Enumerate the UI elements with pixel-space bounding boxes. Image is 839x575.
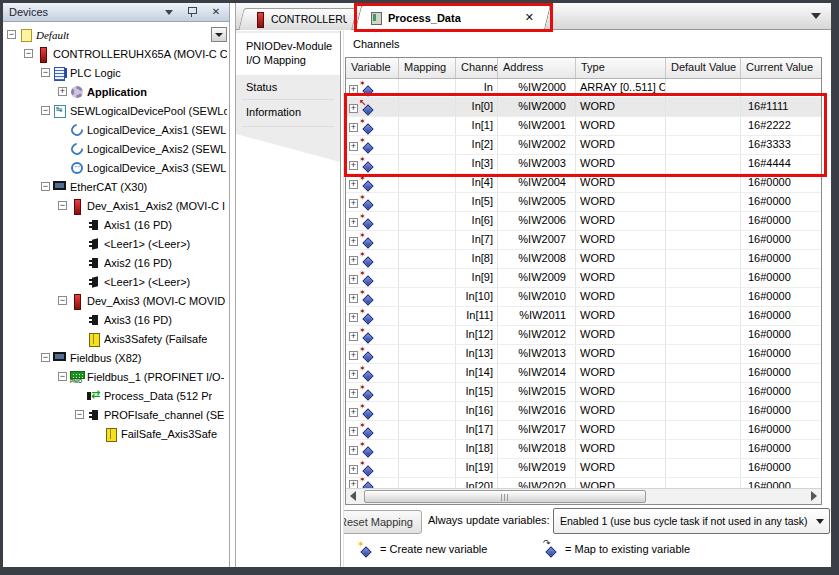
tab-information[interactable]: Information [236, 102, 340, 122]
column-header-address[interactable]: Address [498, 58, 576, 78]
scroll-left-arrow-icon[interactable] [350, 491, 356, 501]
tree-item[interactable]: − SEWLogicalDevicePool (SEWLog [3, 101, 229, 120]
tab-pniodev-module-io-mapping[interactable]: PNIODev-Module I/O Mapping [236, 33, 340, 75]
row-expander[interactable]: + [349, 313, 358, 322]
row-expander[interactable]: + [349, 446, 358, 455]
table-row[interactable]: + In %IW2000 ARRAY [0..511] OF WORD [346, 79, 821, 98]
row-expander[interactable]: + [349, 123, 358, 132]
always-update-variables-select[interactable]: Enabled 1 (use bus cycle task if not use… [553, 508, 830, 534]
tree-item[interactable]: LogicalDevice_Axis3 (SEWL [3, 158, 229, 177]
row-expander[interactable]: + [349, 104, 358, 113]
chevron-down-icon[interactable] [163, 6, 177, 18]
table-row[interactable]: + In[18] %IW2018 WORD 16#0000 [346, 440, 821, 459]
table-row[interactable]: + In[6] %IW2006 WORD 16#0000 [346, 212, 821, 231]
table-row[interactable]: + In[14] %IW2014 WORD 16#0000 [346, 364, 821, 383]
tree-expander[interactable]: − [58, 372, 67, 381]
tree-item[interactable]: Axis3Safety (Failsafe [3, 329, 229, 348]
tree-item[interactable]: − Dev_Axis3 (MOVI-C MOVID [3, 291, 229, 310]
row-expander[interactable]: + [349, 370, 358, 379]
tab-close-icon[interactable]: ✕ [525, 11, 540, 24]
tree-item[interactable]: FailSafe_Axis3Safe [3, 424, 229, 443]
pin-icon[interactable] [186, 6, 200, 18]
row-expander[interactable]: + [349, 161, 358, 170]
row-expander[interactable]: + [349, 256, 358, 265]
tree-expander[interactable]: + [58, 87, 67, 96]
tree-item[interactable]: <Leer1> (<Leer>) [3, 234, 229, 253]
table-row[interactable]: + In[1] %IW2001 WORD 16#2222 [346, 117, 821, 136]
tree-item[interactable]: − Fieldbus (X82) [3, 348, 229, 367]
row-expander[interactable]: + [349, 180, 358, 189]
table-row[interactable]: + In[15] %IW2015 WORD 16#0000 [346, 383, 821, 402]
row-expander[interactable]: + [349, 408, 358, 417]
row-expander[interactable]: + [349, 199, 358, 208]
row-expander[interactable]: + [349, 85, 358, 94]
table-row[interactable]: + In[4] %IW2004 WORD 16#0000 [346, 174, 821, 193]
tree-expander[interactable]: − [7, 30, 16, 39]
row-expander[interactable]: + [349, 142, 358, 151]
table-row[interactable]: + In[17] %IW2017 WORD 16#0000 [346, 421, 821, 440]
tree-item[interactable]: Process_Data (512 Pr [3, 386, 229, 405]
row-expander[interactable]: + [349, 351, 358, 360]
tab-overflow-chevron-icon[interactable] [811, 13, 821, 19]
row-expander[interactable]: + [349, 465, 358, 474]
table-row[interactable]: + In[9] %IW2009 WORD 16#0000 [346, 269, 821, 288]
tree-expander[interactable]: − [41, 353, 50, 362]
tree-item[interactable]: − Fieldbus_1 (PROFINET I/O- [3, 367, 229, 386]
column-header-channel[interactable]: Channel [456, 58, 498, 78]
table-row[interactable]: + In[8] %IW2008 WORD 16#0000 [346, 250, 821, 269]
tree-expander[interactable]: − [58, 201, 67, 210]
tab-status[interactable]: Status [236, 77, 340, 97]
tree-expander[interactable]: − [75, 410, 84, 419]
horizontal-scrollbar[interactable] [346, 488, 821, 504]
column-header-current-value[interactable]: Current Value [741, 58, 821, 78]
row-expander[interactable]: + [349, 218, 358, 227]
tree-item[interactable]: − Dev_Axis1_Axis2 (MOVI-C I [3, 196, 229, 215]
close-icon[interactable]: ✕ [209, 6, 223, 18]
table-row[interactable]: + In[2] %IW2002 WORD 16#3333 [346, 136, 821, 155]
table-row[interactable]: + In[16] %IW2016 WORD 16#0000 [346, 402, 821, 421]
column-header-mapping[interactable]: Mapping [399, 58, 456, 78]
table-row[interactable]: + In[11] %IW2011 WORD 16#0000 [346, 307, 821, 326]
table-row[interactable]: + In[7] %IW2007 WORD 16#0000 [346, 231, 821, 250]
row-expander[interactable]: + [349, 275, 358, 284]
column-header-type[interactable]: Type [576, 58, 666, 78]
tree-expander[interactable]: − [24, 49, 33, 58]
table-row[interactable]: + In[5] %IW2005 WORD 16#0000 [346, 193, 821, 212]
row-expander[interactable]: + [349, 427, 358, 436]
row-expander[interactable]: + [349, 294, 358, 303]
tree-item[interactable]: Axis3 (16 PD) [3, 310, 229, 329]
table-row[interactable]: + In[19] %IW2019 WORD 16#0000 [346, 459, 821, 478]
tree-expander[interactable]: − [41, 106, 50, 115]
row-expander[interactable]: + [349, 237, 358, 246]
tree-combo-button[interactable] [211, 27, 227, 42]
table-row[interactable]: + In[12] %IW2012 WORD 16#0000 [346, 326, 821, 345]
tree-item[interactable]: LogicalDevice_Axis2 (SEWL [3, 139, 229, 158]
row-expander[interactable]: + [349, 332, 358, 341]
column-header-variable[interactable]: Variable [346, 58, 399, 78]
tab-process-data[interactable]: Process_Data ✕ [358, 5, 548, 30]
row-expander[interactable]: + [349, 480, 358, 488]
table-row[interactable]: + In[3] %IW2003 WORD 16#4444 [346, 155, 821, 174]
tree-expander[interactable]: − [41, 182, 50, 191]
tree-item[interactable]: − CONTROLLERUHX65A (MOVI-C CON [3, 44, 229, 63]
tree-item[interactable]: Axis2 (16 PD) [3, 253, 229, 272]
table-row[interactable]: + In[0] %IW2000 WORD 16#1111 [346, 98, 821, 117]
tree-item[interactable]: − EtherCAT (X30) [3, 177, 229, 196]
tree-expander[interactable]: − [41, 68, 50, 77]
column-header-default-value[interactable]: Default Value [666, 58, 741, 78]
tree-item[interactable]: + Application [3, 82, 229, 101]
panel-splitter[interactable] [229, 3, 236, 567]
tree-item[interactable]: LogicalDevice_Axis1 (SEWL [3, 120, 229, 139]
scrollbar-thumb[interactable] [364, 490, 646, 503]
row-expander[interactable]: + [349, 389, 358, 398]
reset-mapping-button[interactable]: Reset Mapping [344, 510, 422, 534]
tree-item[interactable]: − Default [3, 25, 229, 44]
tree-item[interactable]: − PLC Logic [3, 63, 229, 82]
tree-item[interactable]: <Leer1> (<Leer>) [3, 272, 229, 291]
table-row[interactable]: + In[10] %IW2010 WORD 16#0000 [346, 288, 821, 307]
table-row[interactable]: + In[20] %IW2020 WORD 16#0000 [346, 478, 821, 488]
tree-expander[interactable]: − [58, 296, 67, 305]
scroll-right-arrow-icon[interactable] [811, 491, 817, 501]
tree-item[interactable]: − PROFIsafe_channel (SE [3, 405, 229, 424]
tab-controlleruhx65a[interactable]: CONTROLLERUHX65A [241, 8, 355, 30]
